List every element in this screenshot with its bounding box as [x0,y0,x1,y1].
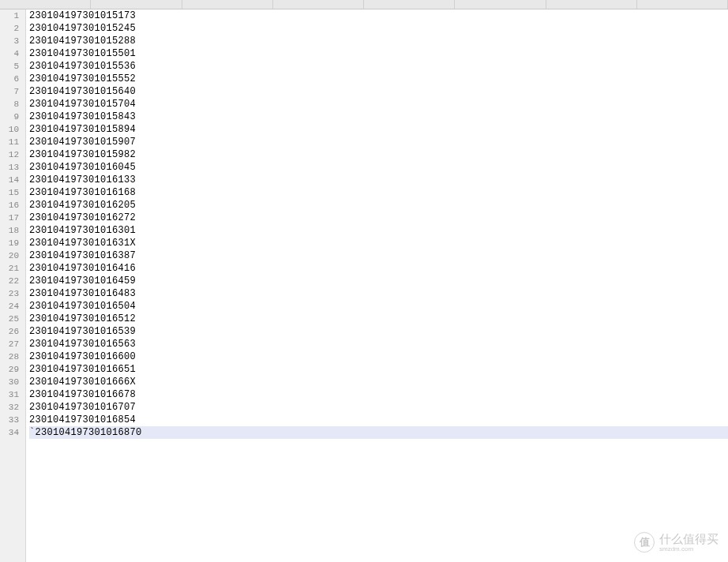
line-number: 5 [0,60,19,73]
text-editor-content[interactable]: 2301041973010151732301041973010152452301… [26,9,728,562]
line-number: 9 [0,111,19,123]
line-number: 6 [0,73,19,85]
line-number: 27 [0,338,19,350]
line-number: 15 [0,186,19,199]
editor-line[interactable]: 230104197301015704 [29,98,728,111]
editor-line[interactable]: 230104197301016539 [29,325,728,338]
line-number: 12 [0,148,19,161]
line-number: 33 [0,414,19,426]
editor-line[interactable]: 230104197301016416 [29,262,728,275]
editor-line[interactable]: 230104197301015907 [29,136,728,148]
editor-line[interactable]: 230104197301016512 [29,313,728,325]
line-number: 14 [0,174,19,186]
editor-line[interactable]: 230104197301016600 [29,350,728,363]
editor-line[interactable]: 230104197301016678 [29,388,728,401]
editor-line[interactable]: 230104197301015173 [29,9,728,22]
editor-line[interactable]: 230104197301016272 [29,212,728,224]
line-number: 31 [0,388,19,401]
editor-line[interactable]: 230104197301015536 [29,60,728,73]
editor-line[interactable]: 230104197301015552 [29,73,728,85]
editor-line[interactable]: `230104197301016870 [29,426,728,439]
line-number: 28 [0,350,19,363]
editor-line[interactable]: 230104197301016854 [29,414,728,426]
editor-line[interactable]: 230104197301016045 [29,161,728,174]
editor-line[interactable]: 230104197301016168 [29,186,728,199]
editor-line[interactable]: 230104197301016563 [29,338,728,350]
line-number: 32 [0,401,19,414]
line-number: 8 [0,98,19,111]
editor-line[interactable]: 230104197301015982 [29,148,728,161]
editor-container: 1234567891011121314151617181920212223242… [0,9,728,562]
editor-line[interactable]: 230104197301016651 [29,363,728,376]
line-number: 16 [0,199,19,212]
editor-line[interactable]: 230104197301015894 [29,123,728,136]
editor-line[interactable]: 230104197301016459 [29,275,728,287]
editor-line[interactable]: 230104197301015288 [29,35,728,47]
line-number: 1 [0,9,19,22]
line-number: 21 [0,262,19,275]
editor-line[interactable]: 230104197301015843 [29,111,728,123]
editor-line[interactable]: 230104197301016133 [29,174,728,186]
line-number: 11 [0,136,19,148]
line-number: 19 [0,237,19,249]
line-number: 26 [0,325,19,338]
line-number: 13 [0,161,19,174]
editor-line[interactable]: 230104197301015640 [29,85,728,98]
editor-line[interactable]: 230104197301015501 [29,47,728,60]
line-number: 18 [0,224,19,237]
line-number: 7 [0,85,19,98]
editor-line[interactable]: 230104197301016205 [29,199,728,212]
line-number: 24 [0,300,19,313]
line-number: 17 [0,212,19,224]
editor-line[interactable]: 230104197301016387 [29,249,728,262]
editor-line[interactable]: 23010419730101666X [29,376,728,388]
editor-line[interactable]: 230104197301016707 [29,401,728,414]
line-number: 25 [0,313,19,325]
line-number: 34 [0,426,19,439]
editor-line[interactable]: 230104197301015245 [29,22,728,35]
line-number: 30 [0,376,19,388]
line-number-gutter: 1234567891011121314151617181920212223242… [0,9,26,562]
column-ruler [0,0,728,9]
line-number: 3 [0,35,19,47]
line-number: 22 [0,275,19,287]
editor-line[interactable]: 23010419730101631X [29,237,728,249]
line-number: 29 [0,363,19,376]
line-number: 10 [0,123,19,136]
editor-line[interactable]: 230104197301016504 [29,300,728,313]
line-number: 23 [0,287,19,300]
line-number: 2 [0,22,19,35]
line-number: 20 [0,249,19,262]
editor-line[interactable]: 230104197301016483 [29,287,728,300]
editor-line[interactable]: 230104197301016301 [29,224,728,237]
line-number: 4 [0,47,19,60]
